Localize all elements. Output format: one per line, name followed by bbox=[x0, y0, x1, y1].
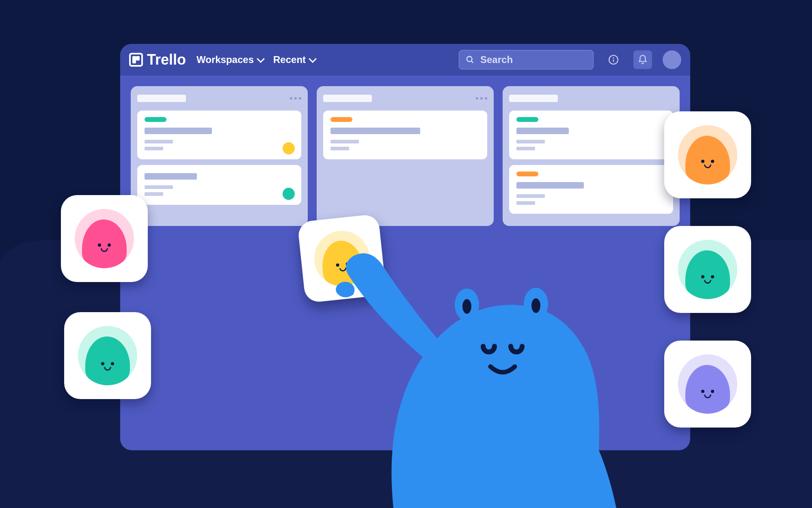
card-title bbox=[516, 182, 584, 189]
list-title bbox=[509, 95, 558, 102]
search-input[interactable]: Search bbox=[459, 50, 594, 69]
chevron-down-icon bbox=[257, 55, 265, 63]
card-meta bbox=[516, 147, 535, 150]
list-menu-button[interactable] bbox=[290, 97, 301, 100]
brand-name: Trello bbox=[147, 51, 186, 68]
card-label bbox=[330, 117, 352, 122]
card-label bbox=[145, 117, 166, 122]
list-menu-button[interactable] bbox=[476, 97, 487, 100]
info-button[interactable] bbox=[604, 50, 623, 69]
list-title bbox=[137, 95, 186, 102]
trello-logo-icon bbox=[129, 53, 143, 67]
card-meta bbox=[516, 194, 545, 198]
card-meta bbox=[145, 185, 173, 189]
brand[interactable]: Trello bbox=[129, 51, 186, 68]
board bbox=[120, 76, 690, 237]
avatar-tile-green[interactable] bbox=[64, 312, 151, 399]
board-card[interactable] bbox=[509, 111, 673, 159]
search-icon bbox=[466, 55, 475, 64]
card-meta bbox=[330, 140, 359, 143]
board-card[interactable] bbox=[137, 111, 301, 159]
bell-icon bbox=[637, 54, 648, 65]
svg-point-0 bbox=[467, 56, 472, 62]
workspaces-dropdown[interactable]: Workspaces bbox=[197, 54, 263, 65]
avatar-tile-teal[interactable] bbox=[664, 226, 751, 313]
topbar: Trello Workspaces Recent Search bbox=[120, 44, 690, 76]
board-card[interactable] bbox=[137, 165, 301, 205]
avatar-tile-purple[interactable] bbox=[664, 341, 751, 428]
card-meta bbox=[145, 140, 173, 143]
card-title bbox=[516, 128, 569, 134]
card-meta bbox=[145, 192, 163, 196]
notifications-button[interactable] bbox=[633, 50, 652, 69]
board-card[interactable] bbox=[323, 111, 487, 159]
board-list[interactable] bbox=[131, 86, 308, 226]
avatar-tile-pink[interactable] bbox=[61, 195, 148, 282]
avatar-tile-orange[interactable] bbox=[664, 111, 751, 198]
card-meta bbox=[330, 147, 349, 150]
info-icon bbox=[608, 54, 619, 65]
recent-dropdown[interactable]: Recent bbox=[273, 54, 315, 65]
card-title bbox=[145, 128, 212, 134]
avatar-tile-yellow-held[interactable] bbox=[297, 214, 387, 303]
svg-point-4 bbox=[613, 58, 613, 58]
board-list[interactable] bbox=[317, 86, 494, 226]
app-window: Trello Workspaces Recent Search bbox=[120, 44, 690, 450]
card-member-avatar[interactable] bbox=[283, 188, 295, 200]
list-title bbox=[323, 95, 372, 102]
search-placeholder: Search bbox=[480, 54, 513, 65]
card-title bbox=[145, 173, 197, 180]
recent-label: Recent bbox=[273, 54, 306, 65]
card-label bbox=[516, 172, 538, 176]
card-member-avatar[interactable] bbox=[283, 142, 295, 154]
svg-line-1 bbox=[471, 61, 473, 63]
card-label bbox=[516, 117, 538, 122]
card-meta bbox=[145, 147, 163, 150]
card-meta bbox=[516, 201, 535, 205]
chevron-down-icon bbox=[309, 55, 317, 63]
board-card[interactable] bbox=[509, 165, 673, 214]
board-list[interactable] bbox=[503, 86, 680, 226]
workspaces-label: Workspaces bbox=[197, 54, 254, 65]
card-meta bbox=[516, 140, 545, 143]
profile-avatar[interactable] bbox=[663, 50, 681, 69]
card-title bbox=[330, 128, 420, 134]
